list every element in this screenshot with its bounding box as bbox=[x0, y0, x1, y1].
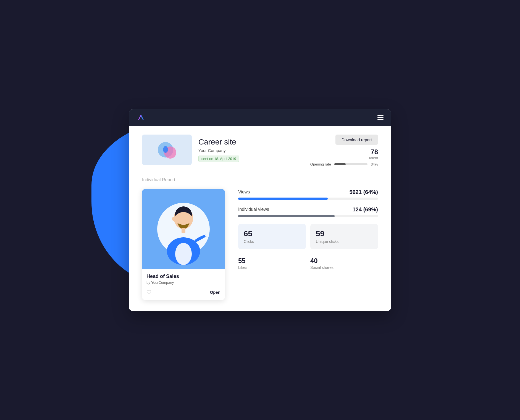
sent-badge: sent on 18. April 2019 bbox=[198, 156, 239, 162]
job-card-body: Head of Sales by YourCompany ♡ Open bbox=[142, 269, 225, 300]
social-shares-label: Social shares bbox=[310, 265, 378, 270]
views-bar bbox=[238, 198, 328, 200]
individual-views-bar bbox=[238, 215, 335, 217]
clicks-number: 65 bbox=[244, 229, 300, 238]
social-shares-number: 40 bbox=[310, 257, 378, 265]
section-label: Individual Report bbox=[142, 177, 378, 182]
opening-rate-bar-wrap bbox=[334, 163, 367, 165]
campaign-info: Career site Your Company sent on 18. Apr… bbox=[142, 135, 239, 165]
header-section: Career site Your Company sent on 18. Apr… bbox=[142, 135, 378, 166]
job-card-footer: ♡ Open bbox=[146, 289, 220, 296]
likes-label: Likes bbox=[238, 265, 306, 270]
logo-icon bbox=[136, 113, 145, 122]
stats-panel: Views 5621 (64%) Individual views 124 (6… bbox=[238, 189, 378, 300]
likes-number: 55 bbox=[238, 257, 306, 265]
svg-point-4 bbox=[175, 243, 192, 265]
individual-views-stat-row: Individual views 124 (69%) bbox=[238, 206, 378, 217]
individual-views-value: 124 (69%) bbox=[353, 206, 378, 213]
campaign-details: Career site Your Company sent on 18. Apr… bbox=[198, 138, 239, 162]
individual-views-bar-wrap bbox=[238, 215, 378, 217]
bottom-stats: 55 Likes 40 Social shares bbox=[238, 257, 378, 270]
individual-views-label: Individual views bbox=[238, 207, 269, 212]
svg-rect-7 bbox=[182, 228, 185, 233]
svg-point-6 bbox=[172, 217, 175, 221]
individual-report: Head of Sales by YourCompany ♡ Open bbox=[142, 189, 378, 300]
open-button[interactable]: Open bbox=[210, 290, 220, 295]
opening-rate-pct: 34% bbox=[371, 162, 378, 166]
talent-count: 78 bbox=[310, 148, 378, 156]
heart-icon[interactable]: ♡ bbox=[146, 289, 151, 296]
header-right: Download report 78 Talent Opening rate 3… bbox=[310, 135, 378, 166]
views-value: 5621 (64%) bbox=[350, 189, 378, 195]
likes-stat: 55 Likes bbox=[238, 257, 306, 270]
main-content: Career site Your Company sent on 18. Apr… bbox=[129, 126, 391, 311]
outer-wrapper: Career site Your Company sent on 18. Apr… bbox=[108, 86, 412, 334]
social-shares-stat: 40 Social shares bbox=[310, 257, 378, 270]
opening-rate-label: Opening rate bbox=[310, 162, 331, 166]
unique-clicks-label: Unique clicks bbox=[316, 239, 372, 244]
views-stat-header: Views 5621 (64%) bbox=[238, 189, 378, 195]
campaign-title: Career site bbox=[198, 138, 239, 146]
clicks-card: 65 Clicks bbox=[238, 224, 306, 249]
opening-rate-bar bbox=[334, 163, 346, 165]
talent-label: Talent bbox=[310, 156, 378, 160]
talent-stats: 78 Talent Opening rate 34% bbox=[310, 148, 378, 166]
job-company: by YourCompany bbox=[146, 280, 220, 285]
views-bar-wrap bbox=[238, 198, 378, 200]
clicks-label: Clicks bbox=[244, 239, 300, 244]
unique-clicks-card: 59 Unique clicks bbox=[310, 224, 378, 249]
job-card: Head of Sales by YourCompany ♡ Open bbox=[142, 189, 225, 300]
hamburger-menu-icon[interactable] bbox=[377, 115, 384, 120]
unique-clicks-number: 59 bbox=[316, 229, 372, 238]
download-report-button[interactable]: Download report bbox=[335, 135, 378, 145]
job-title: Head of Sales bbox=[146, 274, 220, 279]
campaign-thumbnail bbox=[142, 135, 192, 165]
nav-bar bbox=[129, 109, 391, 126]
individual-views-stat-header: Individual views 124 (69%) bbox=[238, 206, 378, 213]
campaign-company: Your Company bbox=[198, 148, 239, 153]
metrics-grid: 65 Clicks 59 Unique clicks bbox=[238, 224, 378, 249]
app-window: Career site Your Company sent on 18. Apr… bbox=[129, 109, 391, 311]
views-label: Views bbox=[238, 190, 250, 195]
job-card-image bbox=[142, 189, 225, 269]
opening-rate-row: Opening rate 34% bbox=[310, 162, 378, 166]
views-stat-row: Views 5621 (64%) bbox=[238, 189, 378, 200]
